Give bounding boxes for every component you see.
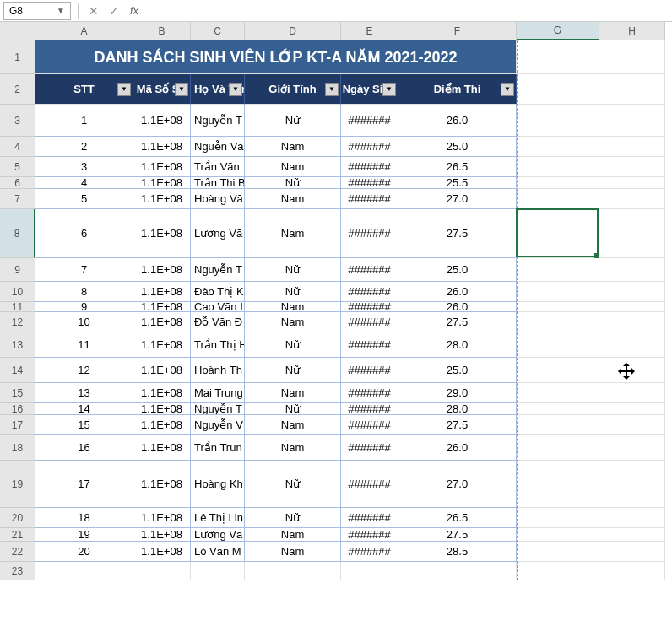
data-cell-r16-c0[interactable]: 14 [35, 403, 133, 415]
data-cell-r20-c3[interactable]: Nữ [245, 508, 341, 528]
data-cell-r11-c5[interactable]: 26.0 [398, 302, 517, 312]
data-cell-r22-c4[interactable]: ####### [341, 542, 398, 562]
data-cell-r17-c1[interactable]: 1.1E+08 [133, 415, 191, 435]
data-cell-r11-c1[interactable]: 1.1E+08 [133, 302, 191, 312]
cell-G21[interactable] [517, 528, 599, 542]
row-header-21[interactable]: 21 [0, 528, 35, 542]
filter-button-4[interactable]: ▼ [382, 83, 396, 96]
accept-icon[interactable]: ✓ [106, 3, 122, 19]
cell-G15[interactable] [517, 383, 599, 403]
data-cell-r3-c2[interactable]: Nguyễn T [191, 105, 245, 137]
cell-H5[interactable] [599, 157, 665, 177]
cell-H19[interactable] [599, 461, 665, 508]
row-header-12[interactable]: 12 [0, 312, 35, 332]
data-cell-r7-c2[interactable]: Hoàng Vă [191, 189, 245, 209]
data-cell-r19-c1[interactable]: 1.1E+08 [133, 461, 191, 508]
cell-G17[interactable] [517, 415, 599, 435]
data-cell-r17-c2[interactable]: Nguyễn V [191, 415, 245, 435]
row-header-9[interactable]: 9 [0, 258, 35, 282]
data-cell-r19-c2[interactable]: Hoàng Kh [191, 461, 245, 508]
row-header-1[interactable]: 1 [0, 40, 35, 74]
cell-E23[interactable] [341, 562, 398, 580]
row-header-11[interactable]: 11 [0, 302, 35, 312]
data-cell-r9-c5[interactable]: 25.0 [398, 258, 517, 282]
data-cell-r17-c5[interactable]: 27.5 [398, 415, 517, 435]
cell-H20[interactable] [599, 508, 665, 528]
cell-G14[interactable] [517, 358, 599, 383]
col-header-C[interactable]: C [191, 22, 245, 40]
row-header-3[interactable]: 3 [0, 105, 35, 137]
formula-input[interactable] [146, 2, 669, 20]
data-cell-r18-c3[interactable]: Nam [245, 435, 341, 461]
data-cell-r20-c1[interactable]: 1.1E+08 [133, 508, 191, 528]
col-header-D[interactable]: D [245, 22, 341, 40]
data-cell-r9-c1[interactable]: 1.1E+08 [133, 258, 191, 282]
cell-H10[interactable] [599, 282, 665, 302]
row-header-22[interactable]: 22 [0, 542, 35, 562]
cell-H16[interactable] [599, 403, 665, 415]
table-header-2[interactable]: Họ Và Tên▼ [191, 74, 245, 105]
filter-button-5[interactable]: ▼ [501, 83, 514, 96]
col-header-H[interactable]: H [599, 22, 665, 40]
cancel-icon[interactable]: ✕ [85, 3, 102, 19]
data-cell-r13-c1[interactable]: 1.1E+08 [133, 332, 191, 358]
table-header-5[interactable]: Điểm Thi▼ [398, 74, 517, 105]
data-cell-r9-c0[interactable]: 7 [35, 258, 133, 282]
data-cell-r17-c0[interactable]: 15 [35, 415, 133, 435]
data-cell-r16-c2[interactable]: Nguyễn T [191, 403, 245, 415]
data-cell-r8-c4[interactable]: ####### [341, 209, 398, 258]
cell-G13[interactable] [517, 332, 599, 358]
col-header-E[interactable]: E [341, 22, 398, 40]
data-cell-r6-c1[interactable]: 1.1E+08 [133, 177, 191, 189]
cell-H7[interactable] [599, 189, 665, 209]
filter-button-1[interactable]: ▼ [175, 83, 188, 96]
data-cell-r10-c2[interactable]: Đào Thị K [191, 282, 245, 302]
data-cell-r6-c3[interactable]: Nữ [245, 177, 341, 189]
data-cell-r14-c2[interactable]: Hoành Th [191, 358, 245, 383]
data-cell-r6-c5[interactable]: 25.5 [398, 177, 517, 189]
data-cell-r10-c5[interactable]: 26.0 [398, 282, 517, 302]
data-cell-r22-c5[interactable]: 28.5 [398, 542, 517, 562]
data-cell-r5-c2[interactable]: Trần Văn [191, 157, 245, 177]
row-header-7[interactable]: 7 [0, 189, 35, 209]
cell-H15[interactable] [599, 383, 665, 403]
data-cell-r17-c3[interactable]: Nam [245, 415, 341, 435]
data-cell-r9-c3[interactable]: Nữ [245, 258, 341, 282]
cell-H2[interactable] [599, 74, 665, 105]
data-cell-r11-c3[interactable]: Nam [245, 302, 341, 312]
col-header-G[interactable]: G [517, 22, 599, 40]
cell-G4[interactable] [517, 137, 599, 157]
data-cell-r3-c0[interactable]: 1 [35, 105, 133, 137]
cell-G6[interactable] [517, 177, 599, 189]
cell-B23[interactable] [133, 562, 191, 580]
data-cell-r11-c2[interactable]: Cao Văn I [191, 302, 245, 312]
data-cell-r13-c2[interactable]: Trần Thị H [191, 332, 245, 358]
data-cell-r4-c1[interactable]: 1.1E+08 [133, 137, 191, 157]
row-header-4[interactable]: 4 [0, 137, 35, 157]
cell-G1[interactable] [517, 40, 599, 74]
cell-H11[interactable] [599, 302, 665, 312]
data-cell-r8-c0[interactable]: 6 [35, 209, 133, 258]
data-cell-r22-c0[interactable]: 20 [35, 542, 133, 562]
data-cell-r7-c0[interactable]: 5 [35, 189, 133, 209]
data-cell-r12-c3[interactable]: Nam [245, 312, 341, 332]
data-cell-r16-c1[interactable]: 1.1E+08 [133, 403, 191, 415]
row-header-8[interactable]: 8 [0, 209, 35, 258]
data-cell-r4-c0[interactable]: 2 [35, 137, 133, 157]
cell-H4[interactable] [599, 137, 665, 157]
data-cell-r16-c5[interactable]: 28.0 [398, 403, 517, 415]
data-cell-r18-c0[interactable]: 16 [35, 435, 133, 461]
cell-G23[interactable] [517, 562, 599, 580]
filter-button-0[interactable]: ▼ [117, 83, 131, 96]
data-cell-r5-c5[interactable]: 26.5 [398, 157, 517, 177]
data-cell-r15-c3[interactable]: Nam [245, 383, 341, 403]
data-cell-r18-c5[interactable]: 26.0 [398, 435, 517, 461]
cell-H23[interactable] [599, 562, 665, 580]
data-cell-r21-c5[interactable]: 27.5 [398, 528, 517, 542]
cell-A23[interactable] [35, 562, 133, 580]
data-cell-r7-c4[interactable]: ####### [341, 189, 398, 209]
data-cell-r20-c5[interactable]: 26.5 [398, 508, 517, 528]
data-cell-r19-c3[interactable]: Nữ [245, 461, 341, 508]
data-cell-r12-c0[interactable]: 10 [35, 312, 133, 332]
row-header-20[interactable]: 20 [0, 508, 35, 528]
